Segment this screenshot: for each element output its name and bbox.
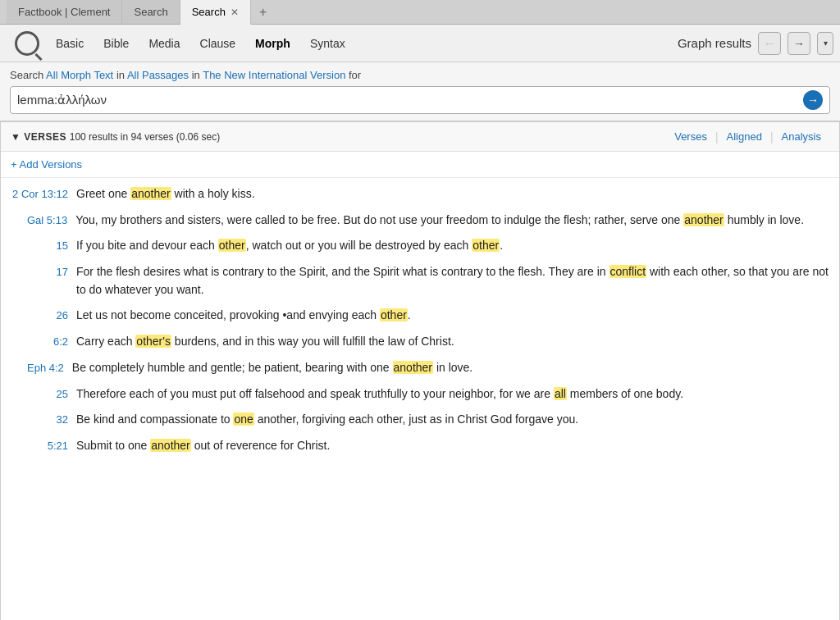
tab-analysis[interactable]: Analysis <box>774 129 829 144</box>
highlight: all <box>554 387 567 400</box>
tab-factbook[interactable]: Factbook | Clement <box>7 0 122 24</box>
tab-close-icon[interactable]: ✕ <box>231 7 239 18</box>
highlight: another <box>683 213 724 226</box>
verse-ref[interactable]: Eph 4:2 <box>11 359 72 376</box>
results-count-text: 100 results in 94 verses (0.06 sec) <box>70 131 220 143</box>
highlight: one <box>233 413 253 426</box>
back-button[interactable]: ← <box>758 32 781 55</box>
results-count: ▼ VERSES 100 results in 94 verses (0.06 … <box>11 131 220 143</box>
verse-text: You, my brothers and sisters, were calle… <box>75 212 829 230</box>
table-row: 5:21Submit to one another out of reveren… <box>1 433 839 459</box>
highlight: other <box>472 239 500 252</box>
highlight: other's <box>135 335 171 348</box>
nav-clause[interactable]: Clause <box>192 32 244 55</box>
tab-search2[interactable]: Search ✕ <box>180 0 251 25</box>
search-icon <box>15 31 39 56</box>
nav-morph[interactable]: Morph <box>247 32 299 55</box>
verse-ref[interactable]: 26 <box>11 307 76 324</box>
verse-text: Be kind and compassionate to one another… <box>76 411 829 429</box>
verse-text: Submit to one another out of reverence f… <box>76 437 829 455</box>
tab-search2-label: Search <box>192 6 226 18</box>
add-versions-button[interactable]: + Add Versions <box>1 152 839 178</box>
table-row: 17For the flesh desires what is contrary… <box>1 259 839 303</box>
verse-list: 2 Cor 13:12Greet one another with a holy… <box>1 178 839 463</box>
verse-text: Be completely humble and gentle; be pati… <box>72 359 829 377</box>
verse-ref[interactable]: 2 Cor 13:12 <box>11 185 76 203</box>
results-label: VERSES <box>24 131 66 143</box>
highlight: conflict <box>609 265 647 278</box>
nav-basic[interactable]: Basic <box>48 32 92 55</box>
graph-results-label: Graph results <box>678 36 751 50</box>
table-row: Eph 4:2Be completely humble and gentle; … <box>1 355 839 381</box>
tab-factbook-label: Factbook | Clement <box>18 6 110 18</box>
toolbar-nav: Basic Bible Media Clause Morph Syntax <box>48 32 678 55</box>
highlight: other <box>380 308 408 321</box>
verse-ref[interactable]: 17 <box>11 263 76 280</box>
search-icon-area <box>7 25 48 62</box>
verse-ref[interactable]: 32 <box>11 411 76 428</box>
search-go-button[interactable]: → <box>803 90 823 110</box>
table-row: 2 Cor 13:12Greet one another with a holy… <box>1 181 839 207</box>
verse-ref[interactable]: 25 <box>11 385 76 403</box>
tab-bar: Factbook | Clement Search Search ✕ + <box>0 0 840 25</box>
highlight: another <box>150 439 190 452</box>
forward-button[interactable]: → <box>788 32 810 55</box>
table-row: Gal 5:13You, my brothers and sisters, we… <box>1 207 839 234</box>
version-link[interactable]: The New International Version <box>203 69 345 81</box>
verse-text: Greet one another with a holy kiss. <box>76 185 829 203</box>
table-row: 32Be kind and compassionate to one anoth… <box>1 407 839 433</box>
search-input-row: → <box>10 86 830 114</box>
new-tab-button[interactable]: + <box>251 0 275 24</box>
graph-results-area: Graph results ← → ▾ <box>678 32 833 55</box>
nav-syntax[interactable]: Syntax <box>302 32 354 55</box>
verse-text: Carry each other's burdens, and in this … <box>76 333 829 351</box>
dropdown-button[interactable]: ▾ <box>817 32 833 55</box>
highlight: other <box>218 239 246 252</box>
highlight: another <box>393 361 433 374</box>
table-row: 6:2Carry each other's burdens, and in th… <box>1 329 839 355</box>
table-row: 25Therefore each of you must put off fal… <box>1 381 839 408</box>
verse-ref[interactable]: Gal 5:13 <box>11 212 75 229</box>
toolbar: Basic Bible Media Clause Morph Syntax Gr… <box>0 25 840 62</box>
tab-search1[interactable]: Search <box>122 0 180 24</box>
passage-link[interactable]: All Passages <box>127 69 189 81</box>
new-tab-icon: + <box>259 5 267 20</box>
search-input[interactable] <box>17 93 803 107</box>
verse-ref[interactable]: 6:2 <box>11 333 76 350</box>
tab-aligned[interactable]: Aligned <box>719 129 770 144</box>
results-container: ▼ VERSES 100 results in 94 verses (0.06 … <box>0 121 840 620</box>
verse-text: If you bite and devour each other, watch… <box>76 237 829 255</box>
verse-text: Therefore each of you must put off false… <box>76 385 829 403</box>
in-label: in <box>116 69 125 81</box>
nav-bible[interactable]: Bible <box>95 32 137 55</box>
verse-ref[interactable]: 15 <box>11 237 76 254</box>
text-type-link[interactable]: All Morph Text <box>46 69 113 81</box>
search-description: Search All Morph Text in All Passages in… <box>10 69 830 81</box>
view-tabs: Verses | Aligned | Analysis <box>666 129 829 144</box>
verse-text: For the flesh desires what is contrary t… <box>76 263 829 299</box>
search-bar-area: Search All Morph Text in All Passages in… <box>0 62 840 121</box>
nav-media[interactable]: Media <box>140 32 188 55</box>
highlight: another <box>130 187 171 200</box>
search-prefix: Search <box>10 69 43 81</box>
results-header: ▼ VERSES 100 results in 94 verses (0.06 … <box>1 122 839 152</box>
tab-verses[interactable]: Verses <box>666 129 715 144</box>
collapse-triangle-icon[interactable]: ▼ <box>11 131 21 143</box>
in2-label: in <box>192 69 200 81</box>
table-row: 26Let us not become conceited, provoking… <box>1 303 839 329</box>
tab-search1-label: Search <box>134 6 167 18</box>
table-row: 15If you bite and devour each other, wat… <box>1 233 839 259</box>
verse-ref[interactable]: 5:21 <box>11 437 76 454</box>
for-label: for <box>349 69 361 81</box>
go-arrow-icon: → <box>807 93 819 107</box>
verse-text: Let us not become conceited, provoking •… <box>76 307 829 325</box>
